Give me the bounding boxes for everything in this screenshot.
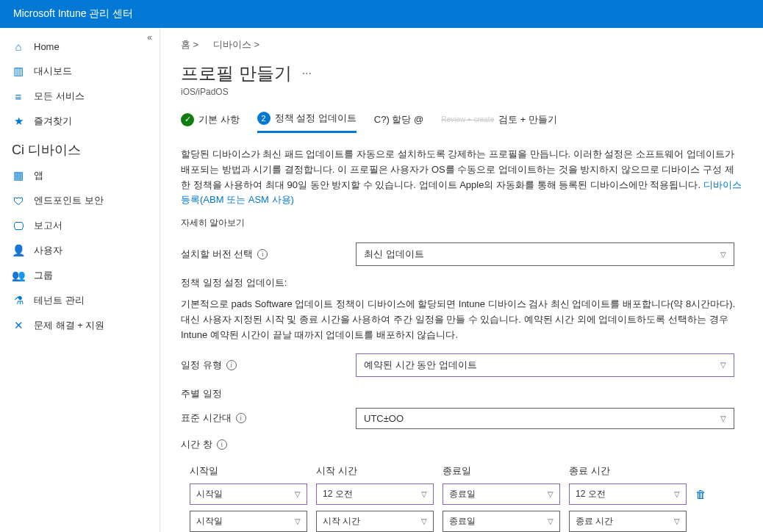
chevron-down-icon: ▽ [720,251,726,259]
nav-label: 모든 서비스 [34,90,85,103]
nav-label: 앱 [34,169,43,182]
breadcrumb: 홈 > 디바이스 > [181,38,742,51]
nav-favorites[interactable]: ★ 즐겨찾기 [0,109,160,134]
nav-troubleshoot[interactable]: ✕ 문제 해결 + 지원 [0,313,160,338]
main-container: « ⌂ Home ▥ 대시보드 ≡ 모든 서비스 ★ 즐겨찾기 Ci 디바이스 … [0,28,763,532]
header-end-time: 종료 시간 [569,464,687,478]
chevron-down-icon: ▽ [421,517,427,525]
chevron-down-icon: ▽ [295,517,301,525]
nav-reports[interactable]: 🖵 보고서 [0,213,160,238]
wizard-step-assignments[interactable]: C?) 할당 @ [374,113,423,132]
start-day-select[interactable]: 시작일 ▽ [190,484,307,505]
nav-groups[interactable]: 👥 그룹 [0,263,160,288]
chevron-down-icon: ▽ [548,490,554,498]
nav-home[interactable]: ⌂ Home [0,34,160,59]
weekly-schedule-label: 주별 일정 [181,387,742,400]
services-icon: ≡ [12,90,25,103]
chevron-down-icon: ▽ [548,517,554,525]
end-day-select[interactable]: 종료일 ▽ [443,484,560,505]
more-menu-icon[interactable]: ··· [302,67,312,80]
end-time-select[interactable]: 12 오전 ▽ [569,484,687,505]
schedule-type-select[interactable]: 예약된 시간 동안 업데이트 ▽ [356,353,734,377]
collapse-sidebar-icon[interactable]: « [147,32,152,43]
breadcrumb-home[interactable]: 홈 > [181,39,198,50]
timezone-row: 표준 시간대 i UTC±OO ▽ [181,408,742,429]
end-day-select[interactable]: 종료일 ▽ [443,511,560,532]
version-select[interactable]: 최신 업데이트 ▽ [356,242,734,266]
nav-label: Home [34,41,60,52]
profile-description: 할당된 디바이스가 최신 패드 업데이트를 자동으로 설치하도록 강제하는 프로… [181,147,742,208]
chevron-down-icon: ▽ [674,490,680,498]
info-icon[interactable]: i [236,413,246,423]
devices-section-header: Ci 디바이스 [0,134,160,163]
nav-label: 대시보드 [34,65,72,78]
step-number-icon: 2 [257,112,271,125]
info-icon[interactable]: i [257,249,268,259]
version-label: 설치할 버전 선택 i [181,248,350,261]
start-time-select[interactable]: 12 오전 ▽ [316,484,434,505]
report-icon: 🖵 [12,219,25,232]
user-icon: 👤 [12,244,25,257]
nav-all-services[interactable]: ≡ 모든 서비스 [0,84,160,109]
wizard-step-update-settings[interactable]: 2 정책 설정 업데이트 [257,112,357,133]
nav-label: 사용자 [34,244,62,257]
apps-icon: ▦ [12,169,25,182]
chevron-down-icon: ▽ [720,361,726,369]
page-subtitle: iOS/iPadOS [181,87,742,97]
tenant-icon: ⚗ [12,294,25,307]
chevron-down-icon: ▽ [421,490,427,498]
wizard-step-basics[interactable]: ✓ 기본 사항 [181,113,240,132]
version-select-row: 설치할 버전 선택 i 최신 업데이트 ▽ [181,242,742,266]
home-icon: ⌂ [12,40,25,53]
timewindow-label: 시간 창 i [181,438,350,451]
nav-label: 문제 해결 + 지원 [34,319,104,332]
dashboard-icon: ▥ [12,65,25,78]
nav-label: 테넌트 관리 [34,294,85,307]
breadcrumb-devices[interactable]: 디바이스 > [213,39,259,50]
app-title: Microsoft Intune 관리 센터 [13,7,133,19]
schedule-type-label: 일정 유형 i [181,359,350,372]
nav-endpoint-security[interactable]: 🛡 엔드포인트 보안 [0,188,160,213]
nav-label: 즐겨찾기 [34,115,72,128]
nav-apps[interactable]: ▦ 앱 [0,163,160,188]
header-end-day: 종료일 [443,464,560,478]
start-time-select[interactable]: 시작 시간 ▽ [316,511,434,532]
learn-more-link[interactable]: 자세히 알아보기 [181,217,742,229]
nav-label: 엔드포인트 보안 [34,194,104,207]
time-table-row: 시작일 ▽ 시작 시간 ▽ 종료일 ▽ 종료 시간 ▽ [181,511,742,532]
wrench-icon: ✕ [12,319,25,332]
sidebar: « ⌂ Home ▥ 대시보드 ≡ 모든 서비스 ★ 즐겨찾기 Ci 디바이스 … [0,28,160,532]
chevron-down-icon: ▽ [674,517,680,525]
check-icon: ✓ [181,113,194,126]
start-day-select[interactable]: 시작일 ▽ [190,511,307,532]
star-icon: ★ [12,115,25,128]
end-time-select[interactable]: 종료 시간 ▽ [569,511,687,532]
group-icon: 👥 [12,269,25,282]
page-title: 프로필 만들기 [181,62,292,85]
info-icon[interactable]: i [226,360,237,370]
timezone-label: 표준 시간대 i [181,411,350,425]
timezone-select[interactable]: UTC±OO ▽ [356,408,734,429]
nav-dashboard[interactable]: ▥ 대시보드 [0,59,160,84]
header-start-time: 시작 시간 [316,464,434,478]
nav-tenant-admin[interactable]: ⚗ 테넌트 관리 [0,288,160,313]
schedule-type-row: 일정 유형 i 예약된 시간 동안 업데이트 ▽ [181,353,742,377]
time-table-headers: 시작일 시작 시간 종료일 종료 시간 [181,464,742,478]
wizard-step-review[interactable]: Review + create 검토 + 만들기 [441,113,557,132]
app-header: Microsoft Intune 관리 센터 [0,0,763,28]
content-area: 홈 > 디바이스 > 프로필 만들기 ··· iOS/iPadOS ✓ 기본 사… [160,28,763,532]
shield-icon: 🛡 [12,194,25,207]
timewindow-row: 시간 창 i [181,438,742,451]
delete-row-icon[interactable]: 🗑 [695,488,706,500]
schedule-description: 기본적으로 pads Software 업데이트 정책이 디바이스에 할당되면 … [181,297,742,342]
schedule-settings-header: 정책 일정 설정 업데이트: [181,276,742,290]
nav-label: 보고서 [34,219,62,232]
header-start-day: 시작일 [190,464,307,478]
wizard-steps: ✓ 기본 사항 2 정책 설정 업데이트 C?) 할당 @ Review + c… [181,112,742,134]
nav-users[interactable]: 👤 사용자 [0,238,160,263]
chevron-down-icon: ▽ [295,490,301,498]
page-title-row: 프로필 만들기 ··· [181,62,742,85]
nav-label: 그룹 [34,269,53,282]
info-icon[interactable]: i [217,439,227,450]
chevron-down-icon: ▽ [720,414,726,423]
